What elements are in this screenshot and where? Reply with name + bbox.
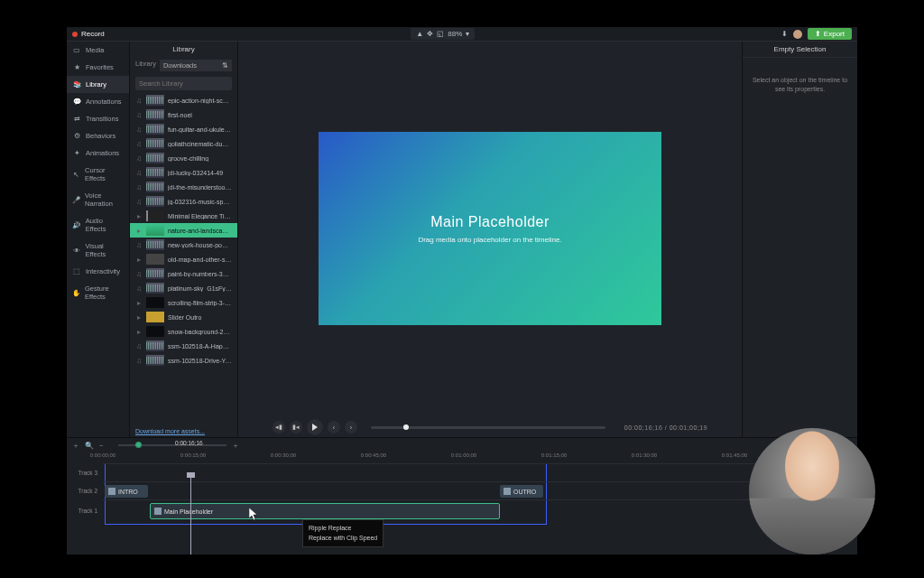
record-button[interactable]: Record bbox=[72, 30, 105, 38]
media-thumbnail bbox=[146, 210, 164, 221]
zoom-out-button[interactable]: 🔍 bbox=[85, 442, 94, 450]
mouse-cursor-icon bbox=[249, 508, 260, 522]
play-button[interactable] bbox=[307, 419, 323, 435]
clip-outro[interactable]: OUTRO bbox=[500, 485, 543, 498]
step-back-button[interactable]: ▮◂ bbox=[290, 421, 302, 434]
hand-tool-icon[interactable]: ✥ bbox=[427, 30, 433, 38]
zoom-slider[interactable] bbox=[118, 444, 226, 446]
sidebar-item-interact[interactable]: ⬚Interactivity bbox=[67, 263, 129, 280]
media-type-icon: ▸ bbox=[135, 212, 143, 220]
media-thumbnail bbox=[146, 254, 164, 265]
library-item[interactable]: ♫jdi-lucky-032414-49 bbox=[130, 165, 237, 180]
sidebar-item-annot[interactable]: 💬Annotations bbox=[67, 93, 129, 110]
track-3: Track 3 bbox=[67, 463, 857, 481]
track-lane[interactable]: Main Placeholder bbox=[103, 499, 857, 521]
library-item[interactable]: ♫jdi-the-misunderstood-0323... bbox=[130, 180, 237, 194]
cursor-icon: ↖ bbox=[72, 171, 80, 178]
pointer-tool-icon[interactable]: ▲ bbox=[416, 30, 423, 38]
library-search[interactable] bbox=[135, 77, 232, 90]
prev-frame-button[interactable]: ◂▮ bbox=[273, 421, 285, 434]
crop-tool-icon[interactable]: ◱ bbox=[437, 30, 444, 38]
add-track-button[interactable]: ＋ bbox=[72, 441, 79, 451]
timeline-ruler[interactable]: 0:00:00;000:00:15;000:00:30;000:00:45;00… bbox=[103, 452, 857, 463]
media-thumbnail bbox=[146, 109, 164, 120]
sidebar-item-visual[interactable]: 👁Visual Effects bbox=[67, 238, 129, 263]
replace-tooltip[interactable]: Ripple Replace Replace with Clip Speed bbox=[302, 519, 383, 547]
library-item[interactable]: ▸old-map-and-other-stuff_rjy... bbox=[130, 252, 237, 266]
library-panel: Library Library Downloads ⇅ ♫epic-action… bbox=[130, 42, 238, 437]
tooltip-line-1[interactable]: Ripple Replace bbox=[309, 524, 377, 534]
clip-intro[interactable]: INTRO bbox=[105, 485, 148, 498]
library-item[interactable]: ▸nature-and-landscape-conc... bbox=[130, 223, 237, 238]
ruler-tick: 0:00:15;00 bbox=[180, 452, 206, 458]
zoom-minus-icon[interactable]: − bbox=[99, 442, 104, 450]
canvas-placeholder[interactable]: Main Placeholder Drag media onto placeho… bbox=[319, 132, 661, 325]
download-more-link[interactable]: Download more assets... bbox=[130, 425, 237, 437]
sidebar-item-trans[interactable]: ⇄Transitions bbox=[67, 110, 129, 127]
clip-thumb-icon bbox=[504, 488, 511, 495]
library-item[interactable]: ▸scrolling-film-strip-3-transpa... bbox=[130, 295, 237, 310]
sidebar-item-star[interactable]: ★Favorites bbox=[67, 59, 129, 76]
library-item[interactable]: ♫platinum-sky_G1sFy8B_... bbox=[130, 281, 237, 295]
playhead[interactable] bbox=[190, 478, 191, 555]
library-source-select[interactable]: Library Downloads ⇅ bbox=[130, 57, 237, 74]
zoom-plus-icon[interactable]: ＋ bbox=[232, 441, 239, 451]
library-item[interactable]: ♫jg-032316-music-sports-stad... bbox=[130, 194, 237, 209]
library-item[interactable]: ▸Slider Outro bbox=[130, 310, 237, 324]
step-fwd-button[interactable]: ‹ bbox=[328, 421, 340, 434]
gesture-icon: ✋ bbox=[72, 289, 80, 296]
sidebar-item-audio[interactable]: 🔊Audio Effects bbox=[67, 212, 129, 238]
next-frame-button[interactable]: › bbox=[345, 421, 357, 434]
sidebar-item-library[interactable]: 📚Library bbox=[67, 76, 129, 93]
track-lane[interactable]: INTRO OUTRO bbox=[103, 481, 857, 499]
search-input[interactable] bbox=[135, 77, 232, 90]
user-avatar[interactable] bbox=[793, 30, 802, 39]
sidebar-item-anim[interactable]: ✦Animations bbox=[67, 144, 129, 162]
zoom-level[interactable]: 88% bbox=[448, 30, 462, 38]
media-thumbnail bbox=[146, 312, 164, 322]
annot-icon: 💬 bbox=[72, 98, 81, 106]
track-label: Track 1 bbox=[67, 508, 103, 514]
library-item[interactable]: ♫fun-guitar-and-ukulele-full_... bbox=[130, 122, 237, 136]
media-thumbnail bbox=[146, 355, 164, 366]
library-item[interactable]: ♫goliathcinematic-dubstep_G... bbox=[130, 136, 237, 151]
clip-main-placeholder[interactable]: Main Placeholder bbox=[150, 503, 500, 519]
clip-thumb-icon bbox=[108, 488, 116, 495]
clip-thumb-icon bbox=[154, 508, 162, 515]
library-item[interactable]: ♫ssm-102518-A-Happy-Moment bbox=[130, 339, 237, 353]
library-item[interactable]: ♫groove-chilling bbox=[130, 151, 237, 165]
download-icon[interactable]: ⬇ bbox=[781, 30, 788, 38]
zoom-chevron-icon[interactable]: ▾ bbox=[466, 30, 469, 38]
voice-icon: 🎤 bbox=[72, 196, 80, 203]
behav-icon: ⚙ bbox=[72, 133, 81, 140]
timeline[interactable]: ＋ 🔍 − ＋ 0:00:16;16 0:00:00;000:00:15;000… bbox=[67, 437, 857, 555]
sidebar-item-media[interactable]: ▭Media bbox=[67, 42, 129, 59]
media-thumbnail bbox=[146, 239, 164, 250]
media-type-icon: ▸ bbox=[135, 328, 143, 336]
canvas-viewport[interactable]: Main Placeholder Drag media onto placeho… bbox=[238, 42, 742, 415]
library-item[interactable]: ♫new-york-house-power-beat... bbox=[130, 238, 237, 252]
scrub-bar[interactable] bbox=[371, 426, 605, 429]
ruler-tick: 0:00:45;00 bbox=[361, 452, 386, 458]
library-item[interactable]: ♫epic-action-night-scene-mus... bbox=[130, 93, 237, 107]
sidebar-item-behav[interactable]: ⚙Behaviors bbox=[67, 127, 129, 144]
placeholder-title: Main Placeholder bbox=[430, 214, 550, 230]
sidebar-item-voice[interactable]: 🎤Voice Narration bbox=[67, 187, 129, 212]
library-item[interactable]: ♫first-noel bbox=[130, 107, 237, 122]
library-item[interactable]: ♫paint-by-numbers-30_GyqD... bbox=[130, 266, 237, 281]
library-item[interactable]: ♫ssm-102518-Drive-Your-Busi... bbox=[130, 353, 237, 368]
library-item[interactable]: ▸Minimal Elegance Title 9 bbox=[130, 209, 237, 223]
library-list[interactable]: ♫epic-action-night-scene-mus...♫first-no… bbox=[130, 93, 237, 425]
media-name: jg-032316-music-sports-stad... bbox=[168, 199, 232, 205]
ruler-tick: 0:00:00;00 bbox=[90, 452, 116, 458]
sidebar-item-cursor[interactable]: ↖Cursor Effects bbox=[67, 162, 129, 187]
media-name: fun-guitar-and-ukulele-full_... bbox=[168, 126, 232, 133]
tooltip-line-2[interactable]: Replace with Clip Speed bbox=[309, 534, 377, 544]
track-lane[interactable] bbox=[103, 463, 857, 481]
trans-icon: ⇄ bbox=[72, 116, 81, 123]
media-type-icon: ▸ bbox=[135, 299, 143, 307]
library-item[interactable]: ▸snow-background-2_4y8o7... bbox=[130, 324, 237, 339]
sidebar-item-gesture[interactable]: ✋Gesture Effects bbox=[67, 280, 129, 305]
media-name: goliathcinematic-dubstep_G... bbox=[168, 141, 232, 147]
export-button[interactable]: ⬆ Export bbox=[808, 28, 852, 40]
